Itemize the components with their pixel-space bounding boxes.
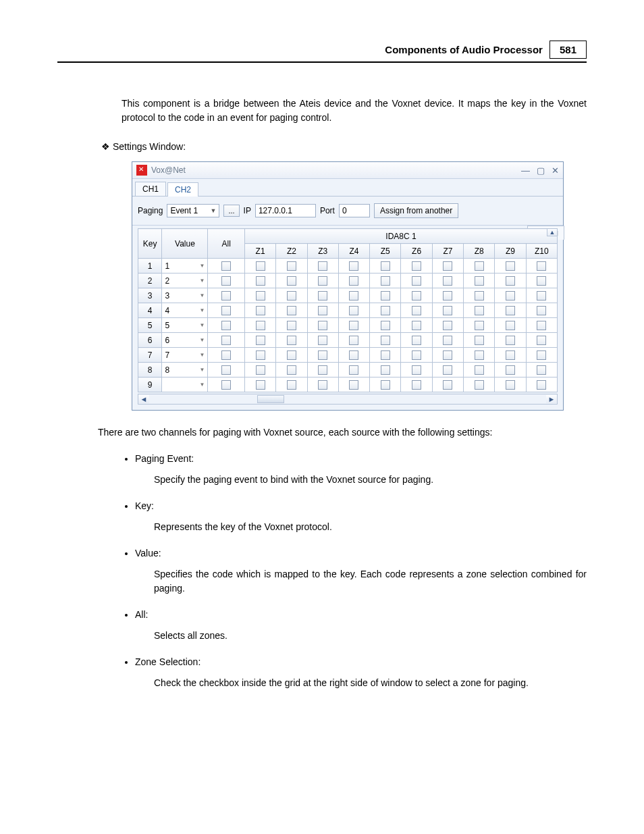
checkbox[interactable] (221, 350, 231, 360)
cell-zone[interactable] (464, 363, 495, 377)
checkbox[interactable] (256, 276, 265, 286)
checkbox[interactable] (318, 350, 327, 360)
checkbox[interactable] (221, 291, 231, 301)
cell-zone[interactable] (495, 363, 526, 377)
port-input[interactable] (339, 204, 370, 217)
checkbox[interactable] (381, 365, 390, 375)
checkbox[interactable] (318, 365, 327, 375)
checkbox[interactable] (412, 336, 421, 345)
cell-zone[interactable] (338, 303, 369, 318)
cell-zone[interactable] (338, 273, 369, 288)
checkbox[interactable] (506, 291, 515, 301)
cell-zone[interactable] (370, 333, 401, 348)
cell-zone[interactable] (370, 259, 401, 273)
cell-zone[interactable] (276, 259, 307, 273)
scroll-up-icon[interactable]: ▲ (547, 228, 558, 236)
cell-zone[interactable] (338, 318, 369, 333)
checkbox[interactable] (349, 350, 358, 360)
cell-zone[interactable] (307, 363, 338, 377)
cell-all[interactable] (208, 377, 244, 392)
cell-zone[interactable] (401, 333, 432, 348)
cell-zone[interactable] (338, 288, 369, 303)
checkbox[interactable] (537, 380, 546, 390)
cell-zone[interactable] (244, 363, 275, 377)
cell-all[interactable] (208, 363, 244, 377)
checkbox[interactable] (221, 365, 231, 375)
cell-zone[interactable] (432, 303, 463, 318)
h-scrollbar[interactable]: ◄ ► (138, 394, 558, 405)
cell-zone[interactable] (370, 273, 401, 288)
cell-zone[interactable] (432, 363, 463, 377)
checkbox[interactable] (412, 365, 421, 375)
cell-zone[interactable] (370, 318, 401, 333)
cell-zone[interactable] (432, 273, 463, 288)
checkbox[interactable] (506, 350, 515, 360)
checkbox[interactable] (318, 261, 327, 271)
checkbox[interactable] (221, 306, 231, 315)
cell-zone[interactable] (370, 303, 401, 318)
cell-zone[interactable] (526, 273, 557, 288)
checkbox[interactable] (318, 291, 327, 301)
checkbox[interactable] (349, 291, 358, 301)
checkbox[interactable] (537, 365, 546, 375)
checkbox[interactable] (381, 321, 390, 330)
checkbox[interactable] (537, 306, 546, 315)
checkbox[interactable] (506, 261, 515, 271)
cell-zone[interactable] (432, 348, 463, 363)
checkbox[interactable] (443, 291, 452, 301)
cell-zone[interactable] (495, 303, 526, 318)
scroll-track[interactable] (149, 394, 546, 404)
checkbox[interactable] (381, 306, 390, 315)
checkbox[interactable] (256, 306, 265, 315)
checkbox[interactable] (287, 261, 296, 271)
cell-zone[interactable] (464, 273, 495, 288)
cell-zone[interactable] (307, 333, 338, 348)
cell-zone[interactable] (370, 363, 401, 377)
tab-ch1[interactable]: CH1 (135, 182, 166, 196)
cell-value[interactable]: 1▼ (162, 259, 208, 273)
scroll-left-icon[interactable]: ◄ (138, 395, 149, 403)
cell-zone[interactable] (338, 348, 369, 363)
cell-zone[interactable] (401, 288, 432, 303)
cell-zone[interactable] (464, 318, 495, 333)
checkbox[interactable] (349, 261, 358, 271)
checkbox[interactable] (318, 321, 327, 330)
checkbox[interactable] (475, 365, 484, 375)
cell-zone[interactable] (276, 288, 307, 303)
cell-value[interactable]: 5▼ (162, 318, 208, 333)
checkbox[interactable] (412, 380, 421, 390)
cell-zone[interactable] (464, 348, 495, 363)
checkbox[interactable] (318, 380, 327, 390)
checkbox[interactable] (475, 261, 484, 271)
checkbox[interactable] (287, 306, 296, 315)
checkbox[interactable] (443, 365, 452, 375)
cell-all[interactable] (208, 259, 244, 273)
checkbox[interactable] (256, 380, 265, 390)
checkbox[interactable] (412, 276, 421, 286)
cell-zone[interactable] (464, 333, 495, 348)
cell-zone[interactable] (526, 348, 557, 363)
cell-value[interactable]: 8▼ (162, 363, 208, 377)
checkbox[interactable] (443, 261, 452, 271)
cell-zone[interactable] (244, 377, 275, 392)
checkbox[interactable] (537, 350, 546, 360)
cell-zone[interactable] (526, 318, 557, 333)
cell-zone[interactable] (276, 318, 307, 333)
checkbox[interactable] (318, 276, 327, 286)
checkbox[interactable] (506, 365, 515, 375)
checkbox[interactable] (287, 321, 296, 330)
cell-zone[interactable] (401, 348, 432, 363)
cell-all[interactable] (208, 273, 244, 288)
cell-zone[interactable] (432, 288, 463, 303)
event-combo[interactable]: Event 1 ▼ (167, 204, 219, 217)
maximize-button[interactable]: ▢ (537, 165, 545, 176)
checkbox[interactable] (221, 276, 231, 286)
checkbox[interactable] (475, 321, 484, 330)
cell-zone[interactable] (401, 377, 432, 392)
cell-zone[interactable] (370, 288, 401, 303)
cell-zone[interactable] (526, 303, 557, 318)
cell-zone[interactable] (307, 273, 338, 288)
checkbox[interactable] (349, 365, 358, 375)
cell-zone[interactable] (276, 273, 307, 288)
checkbox[interactable] (412, 350, 421, 360)
